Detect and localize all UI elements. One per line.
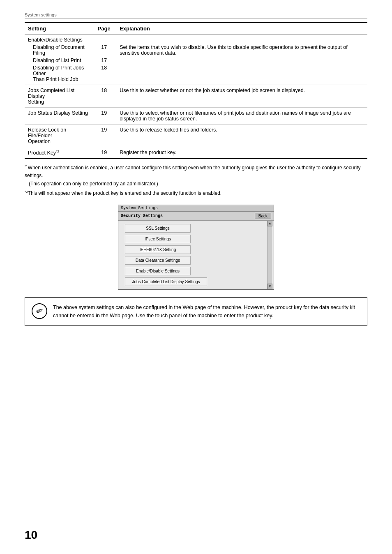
setting-cell: Enable/Disable Settings xyxy=(25,35,367,44)
note-text: The above system settings can also be co… xyxy=(53,303,360,320)
page-cell: 19 xyxy=(92,125,116,147)
table-row: Release Lock on File/FolderOperation 19 … xyxy=(25,125,367,147)
setting-cell: Disabling of Print Jobs OtherThan Print … xyxy=(25,64,92,85)
ui-jobs-completed-button[interactable]: Jobs Completed List Display Settings xyxy=(125,277,207,286)
ui-ipsec-settings-button[interactable]: IPsec Settings xyxy=(125,235,191,243)
ui-scrollbar: ▲ ▼ xyxy=(267,221,272,289)
ui-scroll-arrow-up[interactable]: ▲ xyxy=(267,221,272,226)
page-cell: 17 xyxy=(92,44,116,57)
setting-cell: Disabling of List Print xyxy=(25,57,92,64)
footnote-1-mark: *1 xyxy=(25,164,28,168)
table-row: Product Key*2 19 Register the product ke… xyxy=(25,147,367,159)
ui-back-button[interactable]: Back xyxy=(255,213,271,219)
footnote-1: *1When user authentication is enabled, a… xyxy=(25,164,367,188)
system-settings-label: System settings xyxy=(25,12,367,19)
ui-header-label: Security Settings xyxy=(121,214,163,218)
ui-scroll-arrow-down[interactable]: ▼ xyxy=(267,284,272,289)
ui-header-bar: Security Settings Back xyxy=(118,212,274,221)
setting-cell: Product Key*2 xyxy=(25,147,92,159)
footnote-2: *2This will not appear when the product … xyxy=(25,189,367,197)
page-cell: 19 xyxy=(92,147,116,159)
col-explanation: Explanation xyxy=(116,23,367,35)
page-cell: 18 xyxy=(92,64,116,85)
ui-screenshot-container: System Settings Security Settings Back S… xyxy=(118,205,274,290)
footnotes-section: *1When user authentication is enabled, a… xyxy=(25,164,367,197)
table-row: Job Status Display Setting 19 Use this t… xyxy=(25,108,367,125)
page-cell: 19 xyxy=(92,108,116,125)
ui-title-bar: System Settings xyxy=(118,205,274,212)
page-number: 10 xyxy=(25,529,37,542)
explanation-cell: Set the items that you wish to disable. … xyxy=(116,44,367,85)
setting-cell: Jobs Completed List DisplaySetting xyxy=(25,85,92,108)
page-cell: 17 xyxy=(92,57,116,64)
explanation-cell: Register the product key. xyxy=(116,147,367,159)
table-row: Disabling of Document Filing 17 Set the … xyxy=(25,44,367,57)
explanation-cell: Use this to select whether or not the jo… xyxy=(116,85,367,108)
superscript-2: *2 xyxy=(56,150,59,153)
ui-ssl-settings-button[interactable]: SSL Settings xyxy=(125,224,191,233)
footnote-2-mark: *2 xyxy=(25,190,28,194)
setting-cell: Release Lock on File/FolderOperation xyxy=(25,125,92,147)
explanation-cell: Use this to select whether or not filena… xyxy=(116,108,367,125)
col-page: Page xyxy=(92,23,116,35)
setting-cell: Disabling of Document Filing xyxy=(25,44,92,57)
group-header-label: Enable/Disable Settings xyxy=(28,37,83,43)
settings-table: Setting Page Explanation Enable/Disable … xyxy=(25,22,367,159)
setting-cell: Job Status Display Setting xyxy=(25,108,92,125)
page-cell: 18 xyxy=(92,85,116,108)
ui-body: SSL Settings IPsec Settings IEEE802.1X S… xyxy=(118,221,274,289)
col-setting: Setting xyxy=(25,23,92,35)
table-row: Enable/Disable Settings xyxy=(25,35,367,44)
ui-ieee-setting-button[interactable]: IEEE802.1X Setting xyxy=(125,245,191,254)
ui-enable-disable-button[interactable]: Enable/Disable Settings xyxy=(125,267,191,275)
ui-data-clearance-button[interactable]: Data Clearance Settings xyxy=(125,256,191,265)
note-icon: ✏ xyxy=(32,303,47,319)
pencil-icon: ✏ xyxy=(35,305,44,317)
explanation-cell: Use this to release locked files and fol… xyxy=(116,125,367,147)
table-row: Jobs Completed List DisplaySetting 18 Us… xyxy=(25,85,367,108)
note-box: ✏ The above system settings can also be … xyxy=(25,297,367,326)
